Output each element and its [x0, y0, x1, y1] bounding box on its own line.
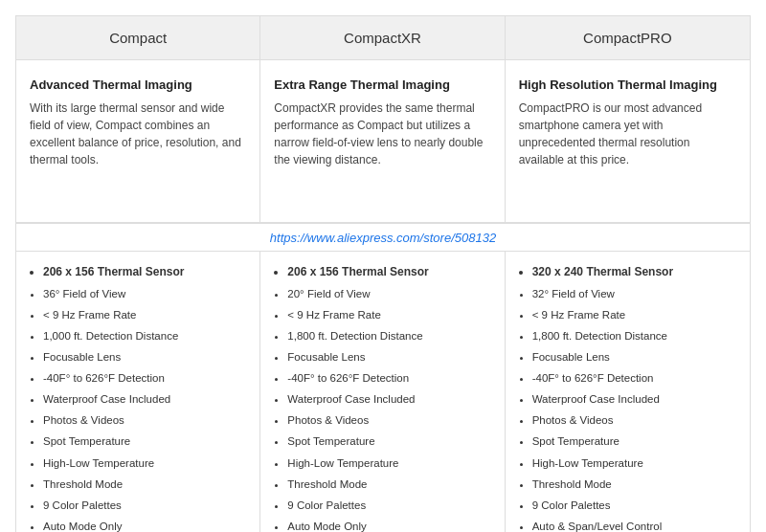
description-compactpro: High Resolution Thermal ImagingCompactPR…	[506, 60, 750, 223]
description-compactxr: Extra Range Thermal ImagingCompactXR pro…	[260, 60, 505, 223]
list-item: Photos & Videos	[287, 410, 494, 431]
list-item: Focusable Lens	[532, 346, 740, 367]
features-compact: 206 x 156 Thermal Sensor36° Field of Vie…	[16, 252, 260, 532]
list-item: 1,000 ft. Detection Distance	[43, 325, 250, 346]
desc-title-compactpro: High Resolution Thermal Imaging	[519, 78, 736, 92]
features-compactpro: 320 x 240 Thermal Sensor32° Field of Vie…	[506, 252, 750, 532]
watermark-link[interactable]: https://www.aliexpress.com/store/508132	[270, 231, 496, 245]
list-item: Photos & Videos	[43, 410, 250, 431]
list-item: Threshold Mode	[532, 474, 740, 495]
list-item: Waterproof Case Included	[43, 388, 250, 410]
list-item: < 9 Hz Frame Rate	[43, 304, 250, 325]
list-item: Spot Temperature	[287, 431, 494, 452]
list-item: 36° Field of View	[43, 283, 250, 304]
page-wrapper: CompactCompactXRCompactPROAdvanced Therm…	[0, 0, 766, 532]
header-compactpro: CompactPRO	[506, 16, 750, 60]
list-item: -40F° to 626°F Detection	[287, 367, 494, 388]
list-item: High-Low Temperature	[532, 453, 740, 474]
list-item: Waterproof Case Included	[287, 388, 494, 410]
list-item: 9 Color Palettes	[287, 495, 494, 516]
list-item: Threshold Mode	[43, 474, 250, 495]
list-item: 206 x 156 Thermal Sensor	[287, 261, 494, 283]
list-item: 9 Color Palettes	[43, 495, 250, 516]
list-item: 1,800 ft. Detection Distance	[287, 325, 494, 346]
list-item: 9 Color Palettes	[532, 495, 740, 516]
desc-title-compactxr: Extra Range Thermal Imaging	[274, 78, 490, 92]
list-item: Auto Mode Only	[287, 516, 494, 532]
features-compactxr: 206 x 156 Thermal Sensor20° Field of Vie…	[260, 252, 505, 532]
list-item: Threshold Mode	[287, 474, 494, 495]
list-item: Focusable Lens	[287, 346, 494, 367]
header-compactxr: CompactXR	[260, 16, 505, 60]
list-item: Photos & Videos	[532, 410, 740, 431]
watermark-row: https://www.aliexpress.com/store/508132	[16, 223, 750, 252]
list-item: Auto Mode Only	[43, 516, 250, 532]
list-item: Waterproof Case Included	[532, 388, 740, 410]
list-item: 20° Field of View	[287, 283, 494, 304]
list-item: < 9 Hz Frame Rate	[287, 304, 494, 325]
list-item: -40F° to 626°F Detection	[43, 367, 250, 388]
header-compact: Compact	[16, 16, 260, 60]
description-compact: Advanced Thermal ImagingWith its large t…	[16, 60, 260, 223]
list-item: 320 x 240 Thermal Sensor	[532, 261, 740, 283]
desc-title-compact: Advanced Thermal Imaging	[30, 78, 246, 92]
list-item: High-Low Temperature	[43, 453, 250, 474]
list-item: Focusable Lens	[43, 346, 250, 367]
desc-body-compact: With its large thermal sensor and wide f…	[30, 100, 246, 168]
list-item: < 9 Hz Frame Rate	[532, 304, 740, 325]
list-item: Spot Temperature	[43, 431, 250, 452]
list-item: Auto & Span/Level Control	[532, 516, 740, 532]
list-item: 32° Field of View	[532, 283, 740, 304]
list-item: 1,800 ft. Detection Distance	[532, 325, 740, 346]
comparison-grid: CompactCompactXRCompactPROAdvanced Therm…	[15, 15, 751, 532]
list-item: Spot Temperature	[532, 431, 740, 452]
list-item: 206 x 156 Thermal Sensor	[43, 261, 250, 283]
list-item: High-Low Temperature	[287, 453, 494, 474]
desc-body-compactxr: CompactXR provides the same thermal perf…	[274, 100, 490, 168]
list-item: -40F° to 626°F Detection	[532, 367, 740, 388]
desc-body-compactpro: CompactPRO is our most advanced smartpho…	[519, 100, 736, 168]
